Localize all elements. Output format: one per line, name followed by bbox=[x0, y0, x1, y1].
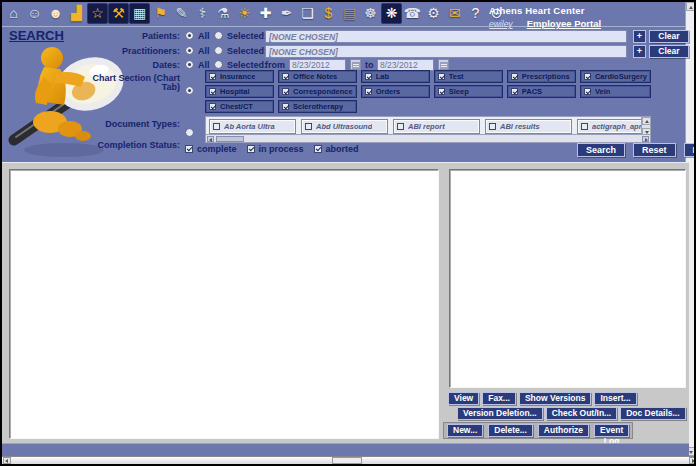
checkbox-icon[interactable] bbox=[209, 88, 216, 95]
search-button[interactable]: Search bbox=[577, 143, 625, 157]
scroll-left-icon[interactable] bbox=[3, 457, 11, 464]
practitioners-add-button[interactable]: + bbox=[633, 45, 646, 58]
event-log-button[interactable]: Event Log bbox=[594, 424, 629, 437]
chart-section-option[interactable]: Office Notes bbox=[278, 70, 357, 83]
checkbox-icon[interactable] bbox=[584, 73, 591, 80]
fax-button[interactable]: Fax... bbox=[482, 392, 516, 405]
notes-icon[interactable]: ✎ bbox=[171, 3, 192, 24]
checkbox-icon[interactable] bbox=[209, 73, 216, 80]
settings-gear-icon[interactable]: ⚙ bbox=[423, 3, 444, 24]
results-list-panel[interactable] bbox=[9, 169, 439, 439]
syringe-icon[interactable]: ✒ bbox=[276, 3, 297, 24]
version-deletion-button[interactable]: Version Deletion... bbox=[457, 407, 543, 420]
compass-icon[interactable]: ☸ bbox=[360, 3, 381, 24]
show-versions-button[interactable]: Show Versions bbox=[519, 392, 591, 405]
chart-section-option[interactable]: Vein bbox=[580, 85, 651, 98]
chart-section-option[interactable]: Chest/CT bbox=[205, 100, 274, 113]
practitioners-chosen-input[interactable] bbox=[265, 45, 627, 58]
checkbox-icon[interactable] bbox=[581, 123, 588, 130]
patients-clear-button[interactable]: Clear bbox=[649, 30, 689, 43]
printer-icon[interactable]: ▤ bbox=[339, 3, 360, 24]
checkbox-icon[interactable] bbox=[511, 88, 518, 95]
document-preview-panel[interactable] bbox=[449, 169, 686, 388]
patients-all-radio[interactable] bbox=[185, 31, 194, 40]
view-button[interactable]: View bbox=[448, 392, 479, 405]
scroll-left-icon[interactable] bbox=[207, 136, 214, 142]
calendar-picker-icon[interactable] bbox=[438, 59, 449, 70]
chart-section-option[interactable]: Correspondence bbox=[278, 85, 357, 98]
chart-stats-icon[interactable]: ▟ bbox=[66, 3, 87, 24]
completion-status-option[interactable]: complete bbox=[185, 144, 237, 154]
patients-selected-radio[interactable] bbox=[214, 31, 223, 40]
dates-selected-radio[interactable] bbox=[214, 60, 223, 69]
supply-cart-icon[interactable]: ⚒ bbox=[108, 3, 129, 24]
checkbox-icon[interactable] bbox=[365, 73, 372, 80]
help-icon[interactable]: ? bbox=[465, 3, 486, 24]
new-button[interactable]: New... bbox=[447, 424, 483, 437]
doc-list-horizontal-scrollbar[interactable] bbox=[206, 134, 650, 142]
checkbox-icon[interactable] bbox=[247, 145, 255, 153]
patients-add-button[interactable]: + bbox=[633, 30, 646, 43]
completion-status-option[interactable]: aborted bbox=[314, 144, 359, 154]
lab-flask-icon[interactable]: ⚗ bbox=[213, 3, 234, 24]
checkbox-icon[interactable] bbox=[438, 88, 445, 95]
chart-section-option[interactable]: Prescriptions bbox=[507, 70, 576, 83]
scroll-right-icon[interactable] bbox=[642, 136, 649, 142]
delete-button[interactable]: Delete... bbox=[488, 424, 533, 437]
fax-phone-icon[interactable]: ☎ bbox=[402, 3, 423, 24]
practitioners-all-radio[interactable] bbox=[185, 46, 194, 55]
document-type-option[interactable]: actigraph_apnea bbox=[577, 119, 641, 134]
checkbox-icon[interactable] bbox=[185, 145, 193, 153]
checkbox-icon[interactable] bbox=[584, 88, 591, 95]
checkbox-icon[interactable] bbox=[365, 88, 372, 95]
chart-section-option[interactable]: Orders bbox=[361, 85, 430, 98]
new-document-icon[interactable]: ❏ bbox=[297, 3, 318, 24]
scroll-up-icon[interactable] bbox=[642, 117, 651, 125]
chart-section-radio[interactable] bbox=[185, 86, 194, 95]
scrollbar-thumb[interactable] bbox=[332, 457, 362, 464]
checkbox-icon[interactable] bbox=[282, 103, 289, 110]
debug-button[interactable]: Debug bbox=[684, 143, 696, 157]
checkbox-icon[interactable] bbox=[209, 103, 216, 110]
doc-details-button[interactable]: Doc Details... bbox=[620, 407, 685, 420]
practitioners-clear-button[interactable]: Clear bbox=[649, 45, 689, 58]
scroll-up-icon[interactable] bbox=[686, 2, 695, 11]
scrollbar-thumb[interactable] bbox=[216, 136, 244, 142]
flag-icon[interactable]: ⚑ bbox=[150, 3, 171, 24]
scroll-right-icon[interactable] bbox=[689, 457, 696, 464]
document-type-option[interactable]: ABI results bbox=[485, 119, 572, 134]
document-types-radio[interactable] bbox=[185, 128, 194, 137]
employee-portal-link[interactable]: Employee Portal bbox=[527, 18, 601, 29]
sun-icon[interactable]: ☀ bbox=[234, 3, 255, 24]
chart-section-option[interactable]: CardioSurgery bbox=[580, 70, 651, 83]
page-horizontal-scrollbar[interactable] bbox=[2, 456, 696, 464]
checkbox-icon[interactable] bbox=[314, 145, 322, 153]
night-sleep-icon[interactable]: ☆ bbox=[87, 3, 108, 24]
chart-section-option[interactable]: Sclerotherapy bbox=[278, 100, 357, 113]
checkbox-icon[interactable] bbox=[397, 123, 404, 130]
calendar-picker-icon[interactable] bbox=[350, 59, 361, 70]
billing-document-icon[interactable]: $ bbox=[318, 3, 339, 24]
checkbox-icon[interactable] bbox=[438, 73, 445, 80]
insert-button[interactable]: Insert... bbox=[594, 392, 636, 405]
patient-icon[interactable]: ☺ bbox=[24, 3, 45, 24]
medication-icon[interactable]: ✚ bbox=[255, 3, 276, 24]
dates-all-radio[interactable] bbox=[185, 60, 194, 69]
document-type-option[interactable]: Ab Aorta Ultra bbox=[209, 119, 296, 134]
document-type-option[interactable]: Abd Ultrasound bbox=[301, 119, 388, 134]
check-out-in-button[interactable]: Check Out/In... bbox=[546, 407, 618, 420]
checkbox-icon[interactable] bbox=[213, 123, 220, 130]
calendar-icon[interactable]: ▦ bbox=[129, 3, 150, 24]
checkbox-icon[interactable] bbox=[282, 88, 289, 95]
authorize-button[interactable]: Authorize bbox=[538, 424, 589, 437]
chart-section-option[interactable]: PACS bbox=[507, 85, 576, 98]
chart-section-option[interactable]: Test bbox=[434, 70, 503, 83]
document-type-option[interactable]: ABI report bbox=[393, 119, 480, 134]
checkbox-icon[interactable] bbox=[511, 73, 518, 80]
chart-section-option[interactable]: Sleep bbox=[434, 85, 503, 98]
chart-section-option[interactable]: Lab bbox=[361, 70, 430, 83]
chart-section-option[interactable]: Insurance bbox=[205, 70, 274, 83]
practitioner-icon[interactable]: ☻ bbox=[45, 3, 66, 24]
web-icon[interactable]: ❋ bbox=[381, 3, 402, 24]
practitioners-selected-radio[interactable] bbox=[214, 46, 223, 55]
